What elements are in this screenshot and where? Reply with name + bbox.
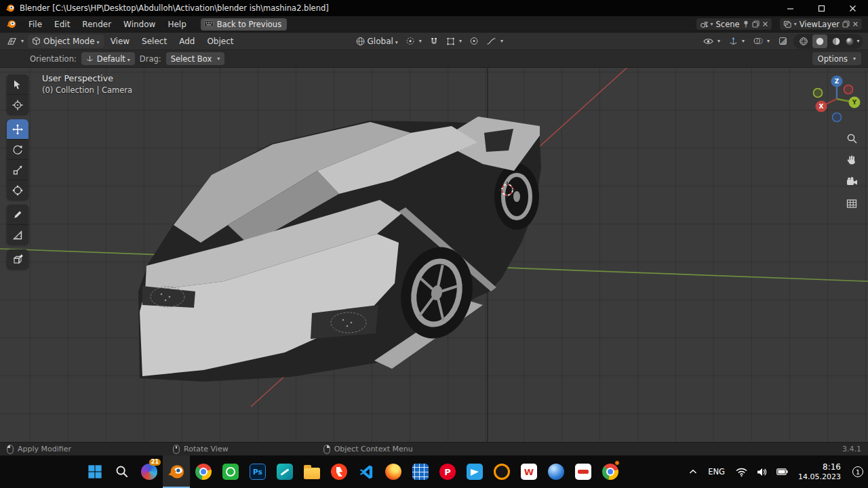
- menu-help[interactable]: Help: [161, 16, 192, 33]
- remove-viewlayer-icon[interactable]: [852, 21, 859, 27]
- back-to-previous-button[interactable]: Back to Previous: [201, 18, 287, 30]
- tool-select-box[interactable]: [7, 75, 28, 94]
- orientation-dropdown[interactable]: Default: [81, 52, 135, 65]
- scene-browse-icon[interactable]: [700, 20, 713, 28]
- shading-rendered-button[interactable]: [845, 35, 860, 48]
- zoom-icon[interactable]: [844, 130, 860, 146]
- menu-render[interactable]: Render: [76, 16, 117, 33]
- language-indicator[interactable]: ENG: [702, 467, 731, 476]
- taskbar-explorer-icon[interactable]: [298, 455, 326, 488]
- notification-center-button[interactable]: 1: [848, 455, 868, 488]
- taskbar-orange-ring-icon[interactable]: [488, 455, 515, 488]
- taskbar-spreadsheet-icon[interactable]: [407, 455, 434, 488]
- proportional-edit-toggle[interactable]: [467, 35, 481, 48]
- tool-transform[interactable]: [7, 180, 28, 200]
- active-collection-label: (0) Collection | Camera: [42, 85, 132, 95]
- snap-settings-dropdown[interactable]: [444, 35, 465, 48]
- taskbar-search-button[interactable]: [108, 455, 136, 488]
- pan-hand-icon[interactable]: [844, 152, 860, 168]
- taskbar-clock[interactable]: 8:16 14.05.2023: [793, 462, 848, 482]
- clock-time: 8:16: [798, 462, 841, 472]
- gizmo-x-neg-axis: [844, 85, 853, 94]
- taskbar-blue-sphere-icon[interactable]: [542, 455, 570, 488]
- green-messenger-icon: [222, 464, 239, 480]
- proportional-falloff-dropdown[interactable]: [484, 35, 506, 48]
- viewport-header-right: [701, 34, 868, 49]
- minimize-button[interactable]: [774, 0, 806, 16]
- scene-canvas[interactable]: [0, 68, 868, 442]
- taskbar-photoshop-icon[interactable]: Ps: [244, 455, 271, 488]
- taskbar-vscode-icon[interactable]: [353, 455, 380, 488]
- taskbar-firefox-icon[interactable]: [380, 455, 407, 488]
- tool-scale[interactable]: [7, 160, 28, 180]
- viewport-3d[interactable]: User Perspective (0) Collection | Camera: [0, 68, 868, 442]
- viewlayer-selector[interactable]: ViewLayer: [779, 18, 863, 30]
- new-viewlayer-icon[interactable]: [842, 20, 850, 28]
- taskbar-browser-icon[interactable]: 21: [136, 455, 163, 488]
- menu-view[interactable]: View: [105, 37, 135, 46]
- mode-selector[interactable]: Object Mode: [28, 35, 104, 48]
- close-button[interactable]: [837, 0, 868, 16]
- menu-edit[interactable]: Edit: [48, 16, 76, 33]
- taskbar-telegram-icon[interactable]: [461, 455, 488, 488]
- options-dropdown[interactable]: Options: [812, 52, 861, 65]
- viewlayer-name[interactable]: ViewLayer: [800, 20, 840, 29]
- tool-annotate[interactable]: [7, 205, 28, 224]
- navigation-gizmo[interactable]: Z Y X: [810, 72, 864, 129]
- taskbar-blender-icon[interactable]: [163, 455, 190, 488]
- tool-cursor[interactable]: [7, 95, 28, 115]
- taskbar-messenger-icon[interactable]: [217, 455, 244, 488]
- viewlayer-browse-icon[interactable]: [783, 20, 797, 28]
- unlink-scene-icon[interactable]: [762, 21, 768, 27]
- shading-wireframe-button[interactable]: [796, 35, 811, 48]
- object-visibility-dropdown[interactable]: [701, 35, 723, 48]
- taskbar-chrome2-icon[interactable]: [597, 455, 624, 488]
- volume-icon[interactable]: [752, 455, 772, 488]
- menu-add[interactable]: Add: [174, 37, 200, 46]
- tray-expand-chevron[interactable]: [684, 455, 702, 488]
- menu-select[interactable]: Select: [136, 37, 172, 46]
- blender-version: 3.4.1: [842, 445, 861, 453]
- blender-logo-menu[interactable]: [0, 16, 22, 33]
- pin-icon[interactable]: [743, 20, 749, 28]
- ortho-grid-icon[interactable]: [844, 195, 860, 211]
- drag-dropdown[interactable]: Select Box: [166, 52, 225, 65]
- shading-material-button[interactable]: [829, 35, 844, 48]
- taskbar-red-doc-icon[interactable]: [570, 455, 597, 488]
- snap-toggle-button[interactable]: [427, 35, 441, 48]
- start-button[interactable]: [81, 455, 108, 488]
- maximize-button[interactable]: [806, 0, 837, 16]
- overlays-dropdown[interactable]: [751, 35, 772, 48]
- viewport-header-center: Global: [353, 35, 506, 48]
- taskbar-teal-app-icon[interactable]: [271, 455, 298, 488]
- menu-window[interactable]: Window: [117, 16, 161, 33]
- shading-solid-button[interactable]: [812, 35, 827, 48]
- new-scene-icon[interactable]: [752, 20, 760, 28]
- transform-orientation-dropdown[interactable]: Global: [353, 35, 401, 48]
- tool-measure[interactable]: [7, 225, 28, 245]
- editor-type-button[interactable]: [4, 35, 26, 48]
- taskbar-yandex-icon[interactable]: [326, 455, 353, 488]
- tool-rotate[interactable]: [7, 140, 28, 159]
- scene-name[interactable]: Scene: [716, 20, 740, 29]
- gizmos-dropdown[interactable]: [726, 35, 747, 48]
- tool-move[interactable]: [7, 119, 28, 139]
- menu-file[interactable]: File: [22, 16, 48, 33]
- browser-notification-badge: 21: [149, 459, 161, 466]
- tool-add-cube[interactable]: [7, 249, 28, 269]
- xray-toggle[interactable]: [776, 35, 790, 48]
- telegram-app-icon: [467, 464, 483, 480]
- axis-icon: [86, 55, 94, 62]
- wifi-icon[interactable]: [731, 455, 752, 488]
- battery-icon[interactable]: [772, 455, 793, 488]
- scene-selector[interactable]: Scene: [696, 18, 772, 30]
- taskbar-chrome-icon[interactable]: [190, 455, 217, 488]
- pivot-point-dropdown[interactable]: [403, 35, 425, 48]
- taskbar-word-red-icon[interactable]: W: [515, 455, 542, 488]
- keyboard-icon: [204, 20, 214, 29]
- menu-object[interactable]: Object: [201, 37, 239, 46]
- taskbar-pinterest-icon[interactable]: P: [434, 455, 461, 488]
- svg-text:Z: Z: [835, 78, 840, 85]
- chrome-app-icon: [195, 464, 212, 480]
- camera-view-icon[interactable]: [844, 174, 860, 190]
